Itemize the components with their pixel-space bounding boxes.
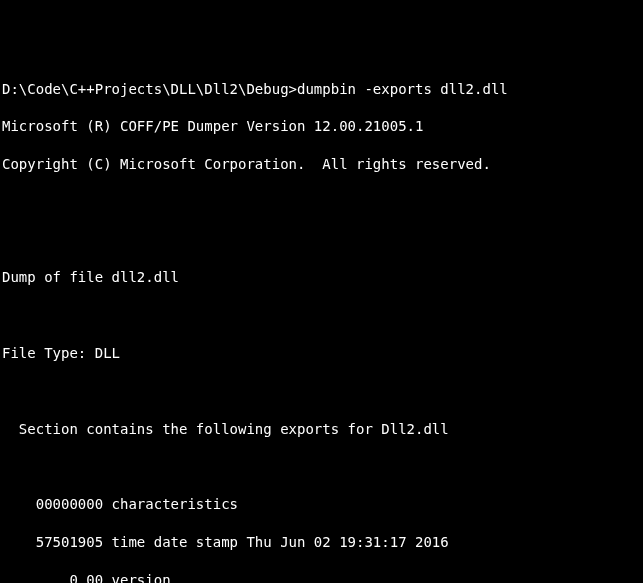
blank — [2, 231, 641, 250]
dump-file-line: Dump of file dll2.dll — [2, 268, 641, 287]
file-type-line: File Type: DLL — [2, 344, 641, 363]
prompt-path: D:\Code\C++Projects\DLL\Dll2\Debug> — [2, 81, 297, 97]
blank — [2, 382, 641, 401]
export-characteristics: 00000000 characteristics — [2, 495, 641, 514]
section-line: Section contains the following exports f… — [2, 420, 641, 439]
export-timestamp: 57501905 time date stamp Thu Jun 02 19:3… — [2, 533, 641, 552]
blank — [2, 306, 641, 325]
export-version: 0.00 version — [2, 571, 641, 583]
header-line-1: Microsoft (R) COFF/PE Dumper Version 12.… — [2, 117, 641, 136]
prompt-line[interactable]: D:\Code\C++Projects\DLL\Dll2\Debug>dumpb… — [2, 80, 641, 99]
blank — [2, 193, 641, 212]
header-line-2: Copyright (C) Microsoft Corporation. All… — [2, 155, 641, 174]
blank — [2, 457, 641, 476]
prompt-command: dumpbin -exports dll2.dll — [297, 81, 508, 97]
